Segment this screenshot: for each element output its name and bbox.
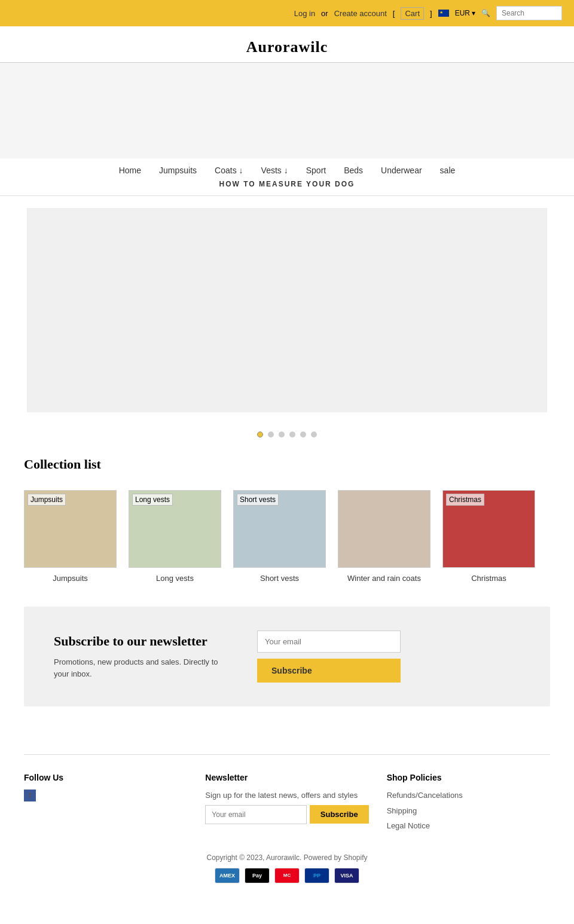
facebook-link[interactable]: f (24, 790, 36, 801)
main-nav: Home Jumpsuits Coats ↓ Vests ↓ Sport Bed… (0, 158, 574, 196)
footer: Follow Us f Newsletter Sign up for the l… (0, 730, 574, 907)
jumpsuits-overlay: Jumpsuits (28, 494, 66, 506)
collection-item-winter-coats[interactable]: Winter and rain coats (338, 490, 430, 583)
long-vests-overlay: Long vests (132, 494, 173, 506)
newsletter-section: Subscribe to our newsletter Promotions, … (24, 607, 550, 706)
follow-us-heading: Follow Us (24, 773, 187, 782)
applepay-icon: Pay (245, 868, 270, 883)
site-logo[interactable]: Aurorawilc (0, 38, 574, 56)
nav-underwear[interactable]: Underwear (381, 166, 422, 175)
search-icon: 🔍 (481, 9, 490, 17)
collection-grid: Jumpsuits Jumpsuits Long vests Long vest… (24, 490, 550, 583)
jumpsuits-label: Jumpsuits (53, 574, 88, 583)
nav-measure[interactable]: HOW TO MEASURE YOUR DOG (219, 180, 355, 188)
christmas-label: Christmas (471, 574, 506, 583)
footer-newsletter-description: Sign up for the latest news, offers and … (205, 790, 368, 801)
login-link[interactable]: Log in (294, 9, 315, 18)
top-bar: Log in or Create account [ Cart ] EUR ▾ … (0, 0, 574, 26)
collection-item-long-vests[interactable]: Long vests Long vests (129, 490, 221, 583)
dot-3[interactable] (279, 432, 285, 437)
collection-img-short-vests: Short vests (233, 490, 326, 568)
hero-placeholder (0, 63, 574, 158)
nav-sport[interactable]: Sport (306, 166, 326, 175)
newsletter-description: Promotions, new products and sales. Dire… (54, 656, 221, 680)
collection-img-winter-coats (338, 490, 430, 568)
long-vests-label: Long vests (156, 574, 194, 583)
newsletter-subscribe-button[interactable]: Subscribe (257, 659, 401, 683)
paypal-icon: PP (304, 868, 329, 883)
or-separator: or (321, 9, 328, 18)
collection-item-short-vests[interactable]: Short vests Short vests (233, 490, 326, 583)
flag-icon (438, 10, 449, 17)
footer-subscribe-button[interactable]: Subscribe (310, 805, 369, 824)
copyright-text: Copyright © 2023, Aurorawilc. Powered by… (24, 853, 550, 862)
amex-icon: AMEX (215, 868, 240, 883)
slider-dots (0, 424, 574, 445)
slider-image (28, 209, 546, 412)
newsletter-form: Subscribe (257, 631, 401, 683)
footer-follow-us: Follow Us f (24, 773, 187, 836)
collection-img-christmas: Christmas (442, 490, 535, 568)
collection-item-christmas[interactable]: Christmas Christmas (442, 490, 535, 583)
newsletter-heading: Subscribe to our newsletter (54, 634, 221, 649)
footer-email-input[interactable] (205, 805, 307, 824)
short-vests-label: Short vests (260, 574, 299, 583)
bracket-right: ] (430, 9, 432, 18)
nav-coats[interactable]: Coats ↓ (215, 166, 243, 175)
winter-coats-label: Winter and rain coats (347, 574, 421, 583)
collection-img-long-vests: Long vests (129, 490, 221, 568)
cart-link[interactable]: Cart (401, 7, 424, 20)
nav-sub: HOW TO MEASURE YOUR DOG (0, 180, 574, 188)
nav-sale[interactable]: sale (440, 166, 456, 175)
mastercard-icon: MC (274, 868, 300, 883)
collection-item-jumpsuits[interactable]: Jumpsuits Jumpsuits (24, 490, 117, 583)
footer-newsletter-heading: Newsletter (205, 773, 368, 782)
collection-section: Collection list Jumpsuits Jumpsuits Long… (0, 445, 574, 607)
dot-1[interactable] (257, 432, 263, 437)
nav-jumpsuits[interactable]: Jumpsuits (159, 166, 197, 175)
policy-refunds[interactable]: Refunds/Cancelations (387, 790, 550, 801)
currency-selector[interactable]: EUR ▾ (455, 9, 475, 17)
slider-section (27, 208, 547, 412)
christmas-overlay: Christmas (446, 494, 484, 506)
collection-img-jumpsuits: Jumpsuits (24, 490, 117, 568)
dot-2[interactable] (268, 432, 274, 437)
dot-5[interactable] (300, 432, 306, 437)
nav-beds[interactable]: Beds (344, 166, 363, 175)
nav-main: Home Jumpsuits Coats ↓ Vests ↓ Sport Bed… (0, 166, 574, 175)
policies-heading: Shop Policies (387, 773, 550, 782)
logo-section: Aurorawilc (0, 26, 574, 63)
newsletter-text: Subscribe to our newsletter Promotions, … (54, 634, 221, 680)
payment-icons: AMEX Pay MC PP VISA (24, 868, 550, 883)
nav-vests[interactable]: Vests ↓ (261, 166, 288, 175)
visa-icon: VISA (334, 868, 359, 883)
footer-newsletter: Newsletter Sign up for the latest news, … (205, 773, 368, 836)
footer-bottom: Copyright © 2023, Aurorawilc. Powered by… (24, 853, 550, 883)
newsletter-email-input[interactable] (257, 631, 401, 653)
create-account-link[interactable]: Create account (334, 9, 387, 18)
bracket-left: [ (393, 9, 395, 18)
footer-top: Follow Us f Newsletter Sign up for the l… (24, 754, 550, 836)
short-vests-overlay: Short vests (237, 494, 279, 506)
search-input[interactable] (496, 6, 562, 20)
nav-home[interactable]: Home (119, 166, 141, 175)
footer-policies: Shop Policies Refunds/Cancelations Shipp… (387, 773, 550, 836)
dot-6[interactable] (311, 432, 317, 437)
dot-4[interactable] (289, 432, 295, 437)
collection-title: Collection list (24, 457, 550, 472)
policy-legal[interactable]: Legal Notice (387, 820, 550, 832)
chevron-down-icon: ▾ (472, 9, 475, 17)
policy-shipping[interactable]: Shipping (387, 805, 550, 817)
